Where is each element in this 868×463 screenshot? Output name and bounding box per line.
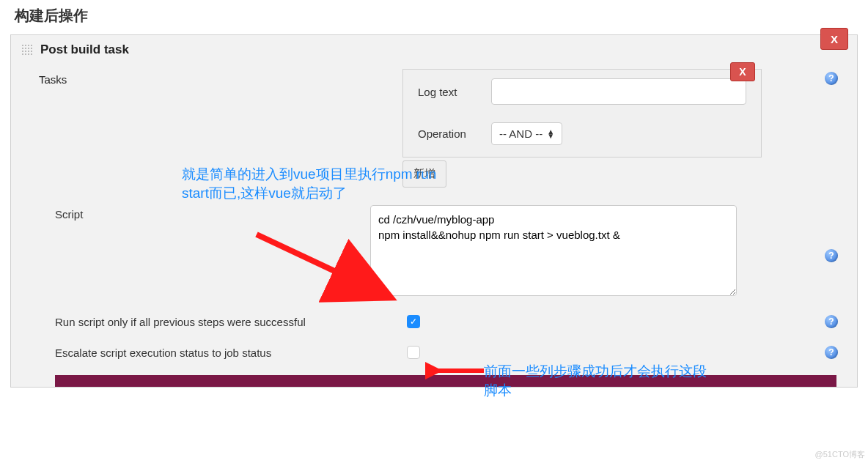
log-text-label: Log text [418, 86, 491, 98]
help-icon[interactable]: ? [825, 346, 838, 359]
log-text-input[interactable] [491, 78, 746, 105]
escalate-status-label: Escalate script execution status to job … [55, 347, 407, 359]
run-script-if-success-checkbox[interactable]: ✓ [407, 315, 420, 328]
close-panel-button[interactable]: X [820, 28, 848, 50]
page-title: 构建后操作 [0, 0, 868, 34]
run-script-if-success-label: Run script only if all previous steps we… [55, 316, 407, 328]
tasks-label: Tasks [21, 69, 117, 90]
script-label: Script [21, 205, 117, 223]
help-icon[interactable]: ? [825, 249, 838, 262]
escalate-status-checkbox[interactable] [407, 346, 420, 359]
inner-panel: Tasks ? X Log text Operation -- AND -- ▲… [21, 64, 847, 387]
operation-label: Operation [418, 127, 491, 140]
watermark: @51CTO博客 [815, 449, 865, 460]
operation-selected-value: -- AND -- [499, 127, 542, 140]
script-textarea[interactable]: cd /czh/vue/myblog-app npm install&&nohu… [370, 205, 737, 296]
drag-handle-icon[interactable] [21, 44, 33, 56]
help-icon[interactable]: ? [825, 315, 838, 328]
section-header: Post build task [11, 35, 857, 64]
annotation-script-explanation: 就是简单的进入到vue项目里执行npm run start而已,这样vue就启动… [182, 165, 453, 202]
bottom-divider [55, 375, 836, 387]
select-arrows-icon: ▲▼ [547, 130, 554, 138]
section-title: Post build task [40, 42, 129, 57]
tasks-box: X Log text Operation -- AND -- ▲▼ [402, 69, 762, 158]
close-task-button[interactable]: X [730, 62, 755, 81]
annotation-checkbox-explanation: 前面一些列步骤成功后才会执行这段脚本 [484, 362, 718, 399]
operation-select[interactable]: -- AND -- ▲▼ [491, 122, 562, 145]
help-icon[interactable]: ? [825, 72, 838, 85]
post-build-task-panel: X ? Post build task Tasks ? X Log text O… [10, 34, 858, 388]
